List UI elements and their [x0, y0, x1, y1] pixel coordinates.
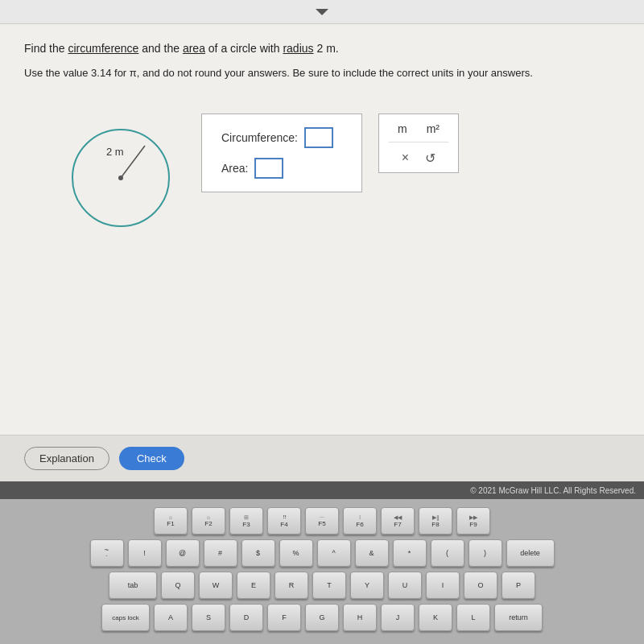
keyboard-row-qwerty: tab Q W E R T Y U I O P [6, 572, 638, 599]
q-area-word: area [183, 42, 205, 55]
key-s[interactable]: S [192, 604, 225, 631]
key-y[interactable]: Y [350, 572, 384, 599]
key-f7[interactable]: ◀◀F7 [381, 507, 415, 535]
chevron-down-icon[interactable] [316, 9, 328, 15]
top-bar [0, 0, 644, 24]
key-a[interactable]: A [154, 604, 188, 631]
key-f1[interactable]: ☼F1 [154, 507, 188, 535]
explanation-button[interactable]: Explanation [24, 447, 109, 470]
key-i[interactable]: I [426, 572, 460, 599]
q-radius-word: radius [283, 42, 313, 55]
key-u[interactable]: U [388, 572, 422, 599]
key-o[interactable]: O [464, 572, 497, 599]
key-r[interactable]: R [275, 572, 308, 599]
q-middle: and the [138, 42, 183, 55]
circle-diagram: 2 m [56, 105, 185, 234]
key-7[interactable]: & [355, 539, 389, 567]
key-f8[interactable]: ▶‖F8 [419, 507, 452, 535]
key-return[interactable]: return [494, 604, 543, 631]
svg-text:2 m: 2 m [106, 146, 124, 158]
units-panel: m m² × ↺ [378, 114, 459, 173]
key-2[interactable]: @ [166, 539, 200, 567]
answer-box: Circumference: Area: [201, 114, 362, 192]
actions-row: × ↺ [389, 147, 448, 166]
keyboard-area: ☼F1 ☼F2 ⊞F3 ⠿F4 ···F5 ⁞F6 ◀◀F7 ▶‖F8 ▶▶F9… [0, 499, 644, 644]
key-caps[interactable]: caps lock [101, 604, 150, 631]
key-3[interactable]: # [204, 539, 237, 567]
keyboard-row-fn: ☼F1 ☼F2 ⊞F3 ⠿F4 ···F5 ⁞F6 ◀◀F7 ▶‖F8 ▶▶F9 [6, 507, 638, 535]
footer-bar: © 2021 McGraw Hill LLC. All Rights Reser… [0, 481, 644, 499]
svg-point-2 [118, 175, 123, 180]
circumference-row: Circumference: [221, 127, 342, 148]
key-f2[interactable]: ☼F2 [192, 507, 225, 535]
key-6[interactable]: ^ [317, 539, 351, 567]
circumference-label: Circumference: [221, 131, 298, 144]
key-g[interactable]: G [305, 604, 339, 631]
bottom-bar: Explanation Check [0, 435, 644, 481]
keyboard-row-asdf: caps lock A S D F G H J K L return [6, 604, 638, 631]
key-delete[interactable]: delete [506, 539, 555, 567]
instruction-text: Use the value 3.14 for π, and do not rou… [24, 65, 620, 81]
key-5[interactable]: % [279, 539, 313, 567]
key-1[interactable]: ! [128, 539, 162, 567]
key-f6[interactable]: ⁞F6 [343, 507, 377, 535]
area-label: Area: [221, 162, 248, 175]
key-f4[interactable]: ⠿F4 [267, 507, 301, 535]
key-f3[interactable]: ⊞F3 [229, 507, 263, 535]
key-t[interactable]: T [312, 572, 346, 599]
key-p[interactable]: P [502, 572, 535, 599]
key-f9[interactable]: ▶▶F9 [456, 507, 490, 535]
unit-m-button[interactable]: m [394, 121, 411, 137]
key-j[interactable]: J [381, 604, 415, 631]
key-tab[interactable]: tab [109, 572, 157, 599]
key-0[interactable]: ) [469, 539, 502, 567]
key-q[interactable]: Q [161, 572, 195, 599]
question-line1: Find the circumference and the area of a… [24, 40, 620, 57]
unit-m2-button[interactable]: m² [423, 121, 443, 137]
key-4[interactable]: $ [242, 539, 275, 567]
units-row: m m² [389, 121, 448, 142]
area-input[interactable] [254, 158, 283, 179]
key-tilde[interactable]: ~` [90, 539, 124, 567]
check-button[interactable]: Check [119, 447, 184, 470]
content-area: Find the circumference and the area of a… [0, 24, 644, 435]
q-suffix: of a circle with [205, 42, 283, 55]
q-prefix: Find the [24, 42, 68, 55]
footer-text: © 2021 McGraw Hill LLC. All Rights Reser… [470, 486, 636, 495]
key-9[interactable]: ( [431, 539, 464, 567]
undo-icon-button[interactable]: ↺ [425, 151, 436, 166]
key-k[interactable]: K [419, 604, 452, 631]
key-w[interactable]: W [199, 572, 233, 599]
key-f5[interactable]: ···F5 [305, 507, 339, 535]
keyboard-row-numbers: ~` ! @ # $ % ^ & * ( ) delete [6, 539, 638, 567]
q-circumference-word: circumference [68, 42, 138, 55]
key-e[interactable]: E [237, 572, 270, 599]
problem-area: 2 m Circumference: Area: m m² × ↺ [56, 105, 620, 234]
area-row: Area: [221, 158, 342, 179]
svg-line-1 [121, 146, 145, 178]
q-end: 2 m. [314, 42, 339, 55]
key-8[interactable]: * [393, 539, 427, 567]
times-icon-button[interactable]: × [402, 151, 409, 165]
key-f[interactable]: F [267, 604, 301, 631]
key-h[interactable]: H [343, 604, 377, 631]
key-d[interactable]: D [229, 604, 263, 631]
circumference-input[interactable] [304, 127, 333, 148]
key-l[interactable]: L [456, 604, 490, 631]
